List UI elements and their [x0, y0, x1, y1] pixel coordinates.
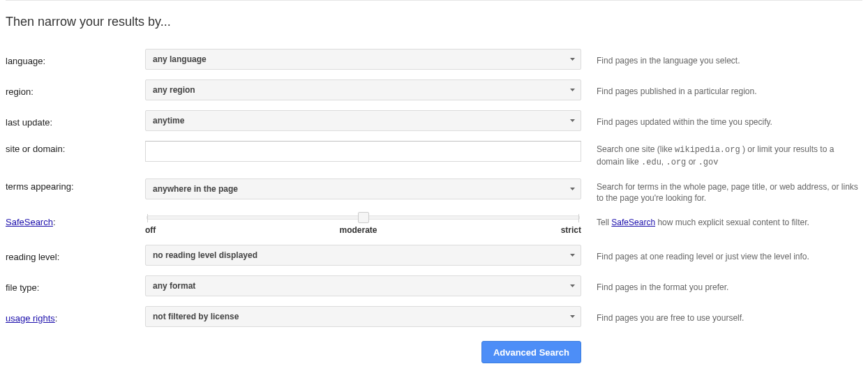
caret-down-icon — [570, 188, 575, 190]
section-title: Then narrow your results by... — [6, 15, 862, 29]
safesearch-slider-labels: off moderate strict — [145, 225, 581, 235]
region-select-value: any region — [153, 85, 195, 95]
last-update-select[interactable]: anytime — [145, 110, 581, 131]
caret-down-icon — [570, 284, 575, 287]
terms-appearing-select[interactable]: anywhere in the page — [145, 178, 581, 199]
language-select[interactable]: any language — [145, 49, 581, 70]
svg-marker-1 — [570, 89, 575, 91]
safesearch-link[interactable]: SafeSearch — [6, 217, 53, 227]
top-divider — [6, 0, 862, 1]
svg-marker-2 — [570, 119, 575, 122]
advanced-search-button[interactable]: Advanced Search — [481, 341, 581, 363]
label-region: region: — [6, 84, 145, 97]
hint-terms-appearing: Search for terms in the whole page, page… — [581, 178, 862, 205]
hint-language: Find pages in the language you select. — [581, 52, 862, 67]
svg-marker-5 — [570, 284, 575, 287]
slider-label-off: off — [145, 225, 156, 235]
reading-level-select-value: no reading level displayed — [153, 250, 257, 260]
caret-down-icon — [570, 58, 575, 61]
hint-reading-level: Find pages at one reading level or just … — [581, 248, 862, 263]
caret-down-icon — [570, 315, 575, 318]
last-update-select-value: anytime — [153, 116, 184, 126]
svg-marker-6 — [570, 315, 575, 318]
svg-marker-4 — [570, 254, 575, 257]
caret-down-icon — [570, 89, 575, 91]
slider-label-moderate: moderate — [339, 225, 377, 235]
site-domain-input[interactable] — [145, 141, 581, 162]
hint-last-update: Find pages updated within the time you s… — [581, 114, 862, 128]
svg-marker-0 — [570, 58, 575, 61]
label-usage-rights: usage rights: — [6, 310, 145, 324]
label-last-update: last update: — [6, 114, 145, 128]
slider-label-strict: strict — [561, 225, 581, 235]
label-reading-level: reading level: — [6, 249, 145, 262]
label-site-domain: site or domain: — [6, 141, 145, 154]
usage-rights-select[interactable]: not filtered by license — [145, 306, 581, 327]
caret-down-icon — [570, 254, 575, 257]
label-language: language: — [6, 53, 145, 66]
caret-down-icon — [570, 119, 575, 122]
label-file-type: file type: — [6, 280, 145, 293]
hint-file-type: Find pages in the format you prefer. — [581, 279, 862, 294]
reading-level-select[interactable]: no reading level displayed — [145, 245, 581, 266]
label-safesearch: SafeSearch: — [6, 214, 145, 227]
hint-region: Find pages published in a particular reg… — [581, 83, 862, 98]
hint-usage-rights: Find pages you are free to use yourself. — [581, 310, 862, 324]
hint-safesearch: Tell SafeSearch how much explicit sexual… — [581, 214, 862, 229]
hint-site-domain: Search one site (like wikipedia.org ) or… — [581, 141, 862, 169]
label-terms-appearing: terms appearing: — [6, 178, 145, 192]
svg-marker-3 — [570, 188, 575, 190]
safesearch-hint-link[interactable]: SafeSearch — [611, 218, 655, 227]
file-type-select[interactable]: any format — [145, 275, 581, 296]
region-select[interactable]: any region — [145, 79, 581, 100]
language-select-value: any language — [153, 54, 207, 64]
file-type-select-value: any format — [153, 281, 195, 291]
terms-appearing-select-value: anywhere in the page — [153, 184, 238, 194]
usage-rights-select-value: not filtered by license — [153, 312, 239, 321]
safesearch-slider[interactable] — [147, 215, 580, 220]
usage-rights-link[interactable]: usage rights — [6, 313, 55, 324]
safesearch-slider-handle[interactable] — [358, 212, 369, 223]
